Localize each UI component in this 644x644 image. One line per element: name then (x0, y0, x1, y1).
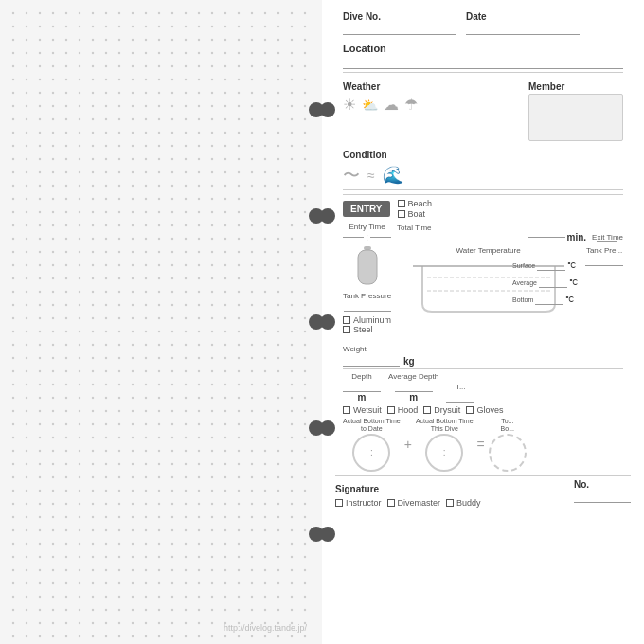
ring-2 (309, 208, 322, 224)
depth-col: Depth m (343, 372, 381, 402)
wetsuit-checkbox[interactable]: Wetsuit (343, 405, 382, 415)
average-unit: ℃ (569, 278, 578, 287)
entry-time-hour[interactable] (343, 237, 364, 238)
abt-this-dive-col: Actual Bottom TimeThis Dive : (416, 418, 474, 472)
location-section: Location (343, 39, 623, 69)
exit-time-hour[interactable] (597, 242, 617, 242)
right-ring-4 (322, 420, 335, 436)
abt-to-date-circle[interactable]: : (352, 434, 390, 472)
rain-icon: ☂ (404, 96, 418, 114)
right-ring-5 (322, 527, 335, 542)
date-group: Date (466, 11, 580, 35)
bottom-temp-row: Bottom ℃ (512, 294, 578, 305)
date-field[interactable] (466, 22, 580, 35)
abt-total-circle[interactable] (489, 434, 527, 472)
tank-icon-wrap (354, 246, 381, 292)
signature-section: Signature Instructor Divemaster Buddy No… (335, 475, 631, 508)
depth-field[interactable] (343, 381, 381, 392)
beach-checkbox[interactable]: Beach (398, 199, 433, 208)
steel-label: Steel (353, 325, 373, 334)
location-label: Location (343, 43, 386, 54)
surface-temp-field[interactable] (537, 259, 565, 271)
average-temp-row: Average ℃ (512, 277, 578, 288)
weight-field-row: kg (343, 355, 415, 367)
left-page: http://divelog.tande.jp/ (0, 0, 322, 644)
weight-label: Weight (343, 345, 367, 353)
suits-row: Wetsuit Hood Drysuit Gloves (343, 405, 623, 415)
abt-colon-1: : (370, 447, 373, 457)
no-label: No. (574, 479, 631, 490)
member-box[interactable] (528, 94, 623, 141)
total-time-value[interactable] (528, 237, 565, 238)
drysuit-checkbox[interactable]: Drysuit (423, 405, 460, 415)
tank-pressure-field[interactable] (344, 300, 391, 312)
entry-time-label: Entry Time (349, 223, 385, 231)
exit-tank-field[interactable] (585, 255, 623, 266)
divemaster-checkbox[interactable]: Divemaster (387, 498, 441, 508)
bottom-temp-field[interactable] (535, 294, 564, 305)
weather-icons-row: ☀ ⛅ ☁ ☂ (343, 96, 523, 114)
left-rings (309, 0, 322, 644)
right-ring-3 (322, 314, 335, 330)
exit-tank-label: Tank Pre... (586, 246, 622, 255)
aluminum-checkbox[interactable]: Aluminum (343, 315, 415, 325)
right-ring-1 (322, 102, 335, 117)
total-time-unit: min. (567, 232, 587, 242)
exit-time-field-group (597, 242, 619, 242)
total-time-field-group: min. (397, 232, 586, 242)
exit-time-col: Exit Time (592, 233, 623, 242)
times-row: Entry Time : Total Time min. Exit Time (343, 223, 623, 242)
no-section: No. (574, 479, 631, 503)
abt-this-dive-circle[interactable]: : (425, 434, 463, 472)
weight-row: Weight kg (343, 338, 415, 367)
avg-depth-label: Average Depth (388, 372, 438, 381)
hood-checkbox[interactable]: Hood (387, 405, 419, 415)
ring-1 (309, 102, 322, 117)
abt-to-date-col: Actual Bottom Timeto Date : (343, 418, 401, 472)
weight-field[interactable] (343, 355, 400, 367)
beach-label: Beach (408, 199, 433, 208)
steel-checkbox[interactable]: Steel (343, 325, 415, 334)
dive-no-field[interactable] (343, 22, 456, 35)
abt-to-date-label: Actual Bottom Timeto Date (343, 418, 401, 434)
partly-cloudy-icon: ⛅ (362, 98, 378, 113)
avg-depth-col: Average Depth m (388, 372, 438, 402)
member-section: Member (528, 77, 623, 141)
colon-1: : (366, 231, 368, 242)
calm-icon: 〜 (343, 164, 360, 187)
bottom-label: Bottom (512, 296, 533, 303)
weather-member-row: Weather ☀ ⛅ ☁ ☂ Member (343, 77, 623, 141)
steel-cb (343, 326, 350, 333)
dive-no-group: Dive No. (343, 11, 456, 35)
weather-section: Weather ☀ ⛅ ☁ ☂ (343, 77, 523, 114)
surface-label: Surface (512, 262, 535, 269)
date-label: Date (466, 11, 580, 22)
abt-total-col: To...Bo... (489, 418, 527, 472)
rough-icon: 🌊 (383, 165, 403, 186)
exit-time-label: Exit Time (592, 233, 623, 242)
svg-rect-1 (358, 250, 377, 284)
tank-pressure-label: Tank Pressure (343, 292, 391, 300)
ring-4 (309, 420, 322, 436)
entry-time-min[interactable] (370, 237, 391, 238)
entry-time-field-group: : (343, 231, 391, 242)
boat-checkbox[interactable]: Boat (398, 209, 433, 219)
location-field[interactable] (343, 56, 623, 69)
avg-depth-unit: m (409, 392, 418, 402)
avg-depth-field[interactable] (395, 381, 433, 392)
entry-checkboxes: Beach Boat (398, 199, 433, 219)
buddy-checkbox[interactable]: Buddy (446, 498, 481, 508)
gloves-checkbox[interactable]: Gloves (466, 405, 503, 415)
average-temp-field[interactable] (539, 277, 567, 288)
third-col: T... (446, 383, 474, 402)
weather-label: Weather (343, 81, 380, 92)
entry-time-col: Entry Time : (343, 223, 391, 242)
no-field[interactable] (574, 490, 631, 503)
depth-unit: m (358, 392, 367, 402)
condition-section: Condition 〜 ≈ 🌊 (343, 145, 623, 187)
plus-operator: + (404, 437, 412, 452)
url-label: http://divelog.tande.jp/ (224, 623, 307, 633)
instructor-checkbox[interactable]: Instructor (335, 498, 382, 508)
tank-water-section: Tank Pressure Water Temperature (343, 246, 623, 313)
third-field[interactable] (446, 391, 474, 402)
